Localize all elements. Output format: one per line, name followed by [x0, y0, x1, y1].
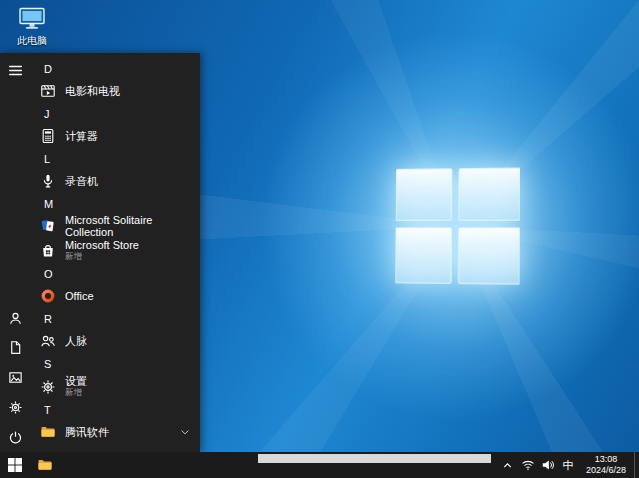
section-letter-t[interactable]: T [30, 399, 200, 420]
section-letter-l[interactable]: L [30, 148, 200, 169]
section-letter-label: R [44, 313, 52, 325]
user-icon [8, 311, 23, 326]
movies-tv-icon [40, 83, 56, 99]
start-menu: D 电影和电视 J [0, 53, 200, 452]
pictures-icon [8, 370, 23, 385]
section-letter-o[interactable]: O [30, 263, 200, 284]
monitor-icon [18, 6, 46, 32]
section-letter-j[interactable]: J [30, 103, 200, 124]
section-letter-label: O [44, 268, 53, 280]
app-item-settings[interactable]: 设置 新增 [30, 374, 200, 399]
file-explorer-button[interactable] [30, 452, 60, 478]
background-window-edge[interactable] [258, 454, 491, 463]
section-letter-label: D [44, 63, 52, 75]
section-letter-r[interactable]: R [30, 308, 200, 329]
app-item-office[interactable]: Office [30, 284, 200, 308]
windows-logo [395, 166, 520, 285]
app-label: 人脉 [65, 334, 87, 349]
app-folder-tencent[interactable]: 腾讯软件 [30, 420, 200, 444]
app-item-movies-tv[interactable]: 电影和电视 [30, 79, 200, 103]
rail-power-button[interactable] [0, 422, 30, 452]
volume-tray-button[interactable] [538, 452, 558, 478]
section-letter-label: M [44, 198, 53, 210]
calculator-icon [40, 128, 56, 144]
documents-icon [8, 340, 23, 355]
chevron-up-icon [501, 459, 514, 472]
start-menu-app-list: D 电影和电视 J [30, 53, 200, 452]
system-tray: 中 13:08 2024/6/28 [498, 452, 639, 478]
app-item-solitaire[interactable]: Microsoft Solitaire Collection [30, 214, 200, 238]
expand-menu-button[interactable] [0, 55, 30, 85]
app-item-microsoft-store[interactable]: Microsoft Store 新增 [30, 238, 200, 263]
taskbar-clock[interactable]: 13:08 2024/6/28 [578, 454, 634, 477]
power-icon [8, 430, 23, 445]
section-letter-s[interactable]: S [30, 353, 200, 374]
app-item-people[interactable]: 人脉 [30, 329, 200, 353]
file-explorer-icon [37, 457, 53, 473]
app-label: Microsoft Solitaire Collection [65, 214, 200, 238]
section-letter-label: J [44, 108, 50, 120]
windows-desktop: 此电脑 [0, 0, 639, 478]
app-label: Office [65, 290, 94, 302]
show-desktop-button[interactable] [634, 452, 639, 478]
app-label: 录音机 [65, 174, 98, 189]
network-icon [521, 458, 535, 472]
hamburger-menu-icon [8, 63, 23, 78]
app-label: 计算器 [65, 129, 98, 144]
network-tray-button[interactable] [518, 452, 538, 478]
section-letter-label: S [44, 358, 51, 370]
app-label: 电影和电视 [65, 84, 120, 99]
clock-time: 13:08 [586, 454, 626, 465]
section-letter-m[interactable]: M [30, 193, 200, 214]
volume-icon [541, 458, 555, 472]
app-item-voice-recorder[interactable]: 录音机 [30, 169, 200, 193]
folder-icon [40, 424, 56, 440]
app-subtitle: 新增 [65, 252, 139, 261]
gear-icon [40, 379, 56, 395]
chevron-down-icon[interactable] [179, 426, 191, 438]
ime-indicator[interactable]: 中 [558, 452, 578, 478]
app-item-calculator[interactable]: 计算器 [30, 124, 200, 148]
people-icon [40, 333, 56, 349]
gear-icon [8, 400, 23, 415]
rail-user-button[interactable] [0, 303, 30, 333]
rail-pictures-button[interactable] [0, 362, 30, 392]
store-bag-icon [40, 243, 56, 259]
section-letter-label: L [44, 153, 50, 165]
section-letter-d[interactable]: D [30, 58, 200, 79]
solitaire-cards-icon [40, 218, 56, 234]
office-icon [40, 288, 56, 304]
microphone-icon [40, 173, 56, 189]
section-letter-label: T [44, 404, 51, 416]
app-subtitle: 新增 [65, 388, 87, 397]
rail-documents-button[interactable] [0, 332, 30, 362]
rail-settings-button[interactable] [0, 392, 30, 422]
desktop-icon-label: 此电脑 [8, 34, 56, 48]
start-button[interactable] [0, 452, 30, 478]
start-menu-rail [0, 53, 30, 452]
app-label: 腾讯软件 [65, 425, 109, 440]
windows-start-icon [8, 458, 22, 472]
clock-date: 2024/6/28 [586, 465, 626, 476]
tray-expand-button[interactable] [498, 452, 518, 478]
desktop-icon-this-pc[interactable]: 此电脑 [8, 6, 56, 48]
